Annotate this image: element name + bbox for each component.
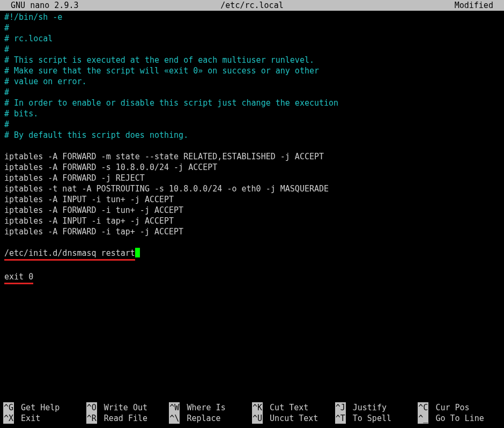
editor-line[interactable]: # This script is executed at the end of …	[4, 55, 500, 65]
shortcut-item[interactable]: ^X Exit	[3, 413, 86, 424]
editor-line[interactable]: /etc/init.d/dnsmasq restart	[4, 248, 500, 261]
shortcut-key: ^_	[418, 413, 428, 424]
editor-line[interactable]: # By default this script does nothing.	[4, 130, 500, 141]
shortcut-key: ^\	[169, 413, 180, 424]
editor-line[interactable]: # value on error.	[4, 76, 500, 87]
editor-line[interactable]: iptables -t nat -A POSTROUTING -s 10.8.0…	[4, 183, 500, 194]
editor-line[interactable]: #	[4, 87, 500, 98]
shortcut-label: Justify	[348, 402, 387, 413]
shortcut-key: ^C	[418, 402, 428, 413]
shortcut-item[interactable]: ^_ Go To Line	[418, 413, 501, 424]
editor-line[interactable]	[4, 261, 500, 271]
shortcut-label: Uncut Text	[265, 413, 318, 424]
shortcut-key: ^G	[3, 402, 14, 413]
shortcut-label: Get Help	[16, 402, 60, 413]
highlighted-line[interactable]: exit 0	[4, 271, 33, 284]
editor-line[interactable]: #	[4, 119, 500, 130]
shortcut-key: ^O	[86, 402, 97, 413]
editor-line[interactable]: iptables -A FORWARD -s 10.8.0.0/24 -j AC…	[4, 162, 500, 173]
highlighted-line[interactable]: /etc/init.d/dnsmasq restart	[4, 248, 135, 261]
shortcut-item[interactable]: ^K Cut Text	[252, 402, 335, 413]
editor-line[interactable]	[4, 237, 500, 248]
shortcut-label: Where Is	[182, 402, 225, 413]
shortcut-item[interactable]: ^T To Spell	[335, 413, 418, 424]
editor-line[interactable]: # rc.local	[4, 33, 500, 44]
editor-line[interactable]: iptables -A FORWARD -i tun+ -j ACCEPT	[4, 205, 500, 216]
shortcut-item[interactable]: ^J Justify	[335, 402, 418, 413]
editor-line[interactable]: iptables -A INPUT -i tun+ -j ACCEPT	[4, 194, 500, 205]
editor-line[interactable]: #!/bin/sh -e	[4, 12, 500, 23]
shortcut-label: Exit	[16, 413, 40, 424]
text-cursor	[135, 248, 140, 257]
app-name-version: GNU nano 2.9.3	[1, 0, 79, 11]
shortcut-key: ^T	[335, 413, 346, 424]
editor-line[interactable]: exit 0	[4, 271, 500, 284]
shortcut-item[interactable]: ^U Uncut Text	[252, 413, 335, 424]
shortcut-label: To Spell	[348, 413, 391, 424]
editor-line[interactable]: #	[4, 23, 500, 33]
shortcut-item[interactable]: ^C Cur Pos	[418, 402, 501, 413]
shortcut-key: ^X	[3, 413, 14, 424]
shortcut-label: Cut Text	[265, 402, 308, 413]
editor-line[interactable]: iptables -A FORWARD -i tap+ -j ACCEPT	[4, 226, 500, 237]
shortcut-label: Replace	[182, 413, 220, 424]
editor-line[interactable]	[4, 141, 500, 151]
shortcut-key: ^K	[252, 402, 263, 413]
shortcut-label: Read File	[99, 413, 147, 424]
shortcut-item[interactable]: ^O Write Out	[86, 402, 169, 413]
editor-area[interactable]: #!/bin/sh -e## rc.local## This script is…	[0, 11, 504, 284]
shortcut-item[interactable]: ^R Read File	[86, 413, 169, 424]
editor-line[interactable]: # bits.	[4, 108, 500, 119]
shortcut-key: ^W	[169, 402, 180, 413]
shortcut-key: ^U	[252, 413, 263, 424]
editor-line[interactable]: iptables -A FORWARD -m state --state REL…	[4, 151, 500, 162]
status-modified: Modified	[455, 0, 503, 11]
shortcut-key: ^J	[335, 402, 346, 413]
shortcut-label: Cur Pos	[431, 402, 469, 413]
shortcut-label: Go To Line	[431, 413, 484, 424]
editor-line[interactable]: iptables -A INPUT -i tap+ -j ACCEPT	[4, 216, 500, 226]
shortcut-item[interactable]: ^\ Replace	[169, 413, 252, 424]
editor-line[interactable]: #	[4, 44, 500, 55]
shortcut-bar: ^G Get Help^O Write Out^W Where Is^K Cut…	[3, 402, 501, 424]
shortcut-item[interactable]: ^W Where Is	[169, 402, 252, 413]
editor-line[interactable]: iptables -A FORWARD -j REJECT	[4, 173, 500, 183]
shortcut-label: Write Out	[99, 402, 147, 413]
shortcut-key: ^R	[86, 413, 97, 424]
editor-line[interactable]: # In order to enable or disable this scr…	[4, 98, 500, 108]
shortcut-item[interactable]: ^G Get Help	[3, 402, 86, 413]
editor-line[interactable]: # Make sure that the script will «exit 0…	[4, 65, 500, 76]
title-bar: GNU nano 2.9.3 /etc/rc.local Modified	[0, 0, 504, 11]
